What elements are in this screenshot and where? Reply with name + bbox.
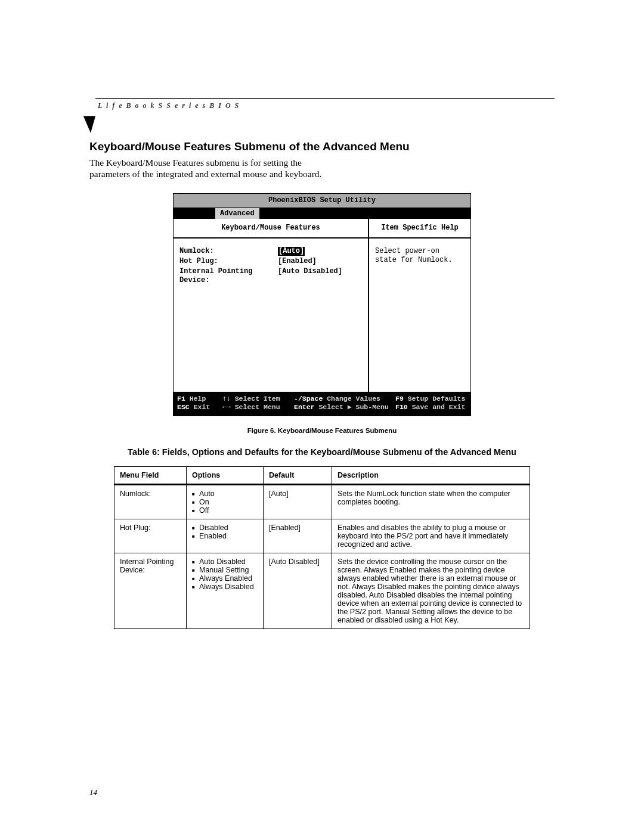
option-item: Always Enabled — [192, 574, 258, 583]
cell-menu-field: Hot Plug: — [114, 519, 187, 553]
option-item: Disabled — [192, 524, 258, 532]
bios-footer: F1 Help ↑↓ Select Item -/Space Change Va… — [174, 392, 470, 416]
footer-label: Setup Defaults — [408, 395, 466, 402]
cell-menu-field: Internal Pointing Device: — [114, 553, 187, 628]
bios-setting-row[interactable]: Numlock:[Auto] — [179, 247, 362, 256]
option-item: Always Disabled — [192, 583, 258, 591]
bios-setting-value[interactable]: [Enabled] — [278, 257, 317, 266]
footer-label: Select Menu — [235, 403, 280, 411]
cell-default: [Auto] — [264, 484, 332, 519]
key-f10: F10 — [395, 403, 408, 411]
bios-screenshot: PhoenixBIOS Setup Utility Advanced Keybo… — [173, 193, 471, 416]
running-header: L i f e B o o k S S e r i e s B I O S — [98, 101, 555, 110]
option-item: Auto — [192, 490, 258, 498]
th-menu-field: Menu Field — [114, 466, 187, 484]
th-description: Description — [332, 466, 530, 484]
bios-setting-row[interactable]: Internal Pointing Device:[Auto Disabled] — [179, 267, 362, 285]
svg-marker-0 — [83, 116, 95, 133]
table-row: Internal Pointing Device:Auto DisabledMa… — [114, 553, 530, 628]
page-number: 14 — [89, 788, 97, 797]
cell-description: Sets the NumLock function state when the… — [332, 484, 530, 519]
footer-label: Select Item — [235, 395, 280, 402]
option-item: Auto Disabled — [192, 558, 258, 566]
cell-default: [Auto Disabled] — [264, 553, 332, 628]
table-title: Table 6: Fields, Options and Defaults fo… — [89, 447, 555, 457]
th-options: Options — [187, 466, 264, 484]
bios-main-panel: Keyboard/Mouse Features Numlock:[Auto]Ho… — [174, 219, 369, 392]
key-arrows-horiz: ←→ — [222, 403, 231, 411]
figure-caption: Figure 6. Keyboard/Mouse Features Submen… — [89, 427, 555, 434]
bios-setting-label: Internal Pointing Device: — [179, 267, 278, 285]
bios-setting-row[interactable]: Hot Plug:[Enabled] — [179, 257, 362, 266]
bios-tab-advanced[interactable]: Advanced — [215, 208, 259, 219]
cell-options: DisabledEnabled — [187, 519, 264, 553]
bios-menu-bar: Advanced — [174, 208, 470, 219]
key-arrows-vert: ↑↓ — [222, 395, 231, 402]
option-item: On — [192, 498, 258, 506]
footer-label: Select ▶ Sub-Menu — [318, 403, 388, 411]
option-item: Enabled — [192, 532, 258, 540]
th-default: Default — [264, 466, 332, 484]
key-space: -/Space — [294, 395, 323, 402]
footer-label: Save and Exit — [412, 403, 466, 411]
bios-help-title: Item Specific Help — [369, 219, 470, 239]
bios-panel-title: Keyboard/Mouse Features — [174, 219, 368, 239]
header-wedge-icon — [83, 116, 555, 132]
bios-setting-value[interactable]: [Auto] — [278, 247, 305, 256]
cell-default: [Enabled] — [264, 519, 332, 553]
table-row: Hot Plug:DisabledEnabled[Enabled]Enables… — [114, 519, 530, 553]
cell-menu-field: Numlock: — [114, 484, 187, 519]
section-heading: Keyboard/Mouse Features Submenu of the A… — [89, 140, 555, 153]
header-rule — [95, 98, 555, 99]
intro-paragraph: The Keyboard/Mouse Features submenu is f… — [89, 157, 328, 180]
key-esc: ESC — [177, 403, 190, 411]
bios-setting-label: Numlock: — [179, 247, 278, 256]
bios-help-panel: Item Specific Help Select power-on state… — [369, 219, 470, 392]
document-page: L i f e B o o k S S e r i e s B I O S Ke… — [0, 0, 644, 833]
options-table: Menu Field Options Default Description N… — [114, 466, 530, 629]
bios-help-text: Select power-on state for Numlock. — [369, 239, 470, 273]
key-f1: F1 — [177, 395, 185, 402]
footer-label: Help — [190, 395, 206, 402]
table-row: Numlock:AutoOnOff[Auto]Sets the NumLock … — [114, 484, 530, 519]
bios-setting-label: Hot Plug: — [179, 257, 278, 266]
key-f9: F9 — [395, 395, 404, 402]
option-item: Manual Setting — [192, 566, 258, 574]
cell-description: Enables and disables the ability to plug… — [332, 519, 530, 553]
cell-options: AutoOnOff — [187, 484, 264, 519]
cell-options: Auto DisabledManual SettingAlways Enable… — [187, 553, 264, 628]
footer-label: Change Values — [327, 395, 380, 402]
bios-title-bar: PhoenixBIOS Setup Utility — [174, 194, 470, 208]
option-item: Off — [192, 506, 258, 515]
bios-setting-value[interactable]: [Auto Disabled] — [278, 267, 342, 285]
cell-description: Sets the device controlling the mouse cu… — [332, 553, 530, 628]
key-enter: Enter — [294, 403, 315, 411]
footer-label: Exit — [194, 403, 210, 411]
